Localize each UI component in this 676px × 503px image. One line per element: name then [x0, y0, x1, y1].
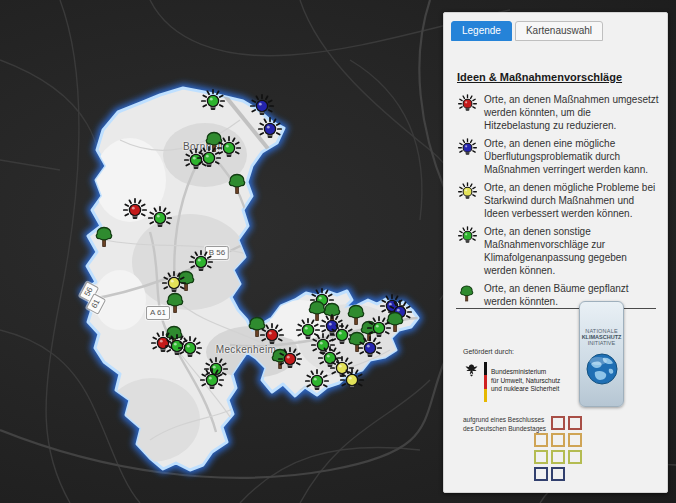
logo-square [551, 416, 565, 430]
bulb-green-icon [457, 225, 477, 247]
german-flag-stripe [484, 362, 487, 402]
legend-item: Orte, an denen Maßnahmen umgesetzt werde… [457, 93, 659, 132]
bulb-blue-icon [457, 137, 477, 159]
map-marker-bulb-green[interactable] [297, 319, 319, 339]
legend-item-text: Orte, an denen mögliche Probleme bei Sta… [484, 181, 659, 220]
legend-item-text: Orte, an denen sonstige Maßnahmenvorschl… [484, 225, 659, 277]
bundestag-note: aufgrund eines Beschlusses des Deutschen… [463, 416, 546, 433]
panel-divider [456, 308, 656, 309]
logo-square [534, 450, 548, 464]
map-marker-bulb-blue[interactable] [251, 95, 273, 115]
bulb-yellow-icon [457, 181, 477, 203]
map-marker-tree[interactable] [249, 318, 264, 337]
tree-icon [457, 282, 477, 304]
tab-legende[interactable]: Legende [451, 21, 512, 41]
map-marker-tree[interactable] [324, 304, 339, 323]
funding-label: Gefördert durch: [463, 348, 514, 355]
map-marker-bulb-green[interactable] [202, 90, 224, 110]
globe-icon [585, 352, 619, 386]
legend-item-text: Orte, an denen Maßnahmen umgesetzt werde… [484, 93, 659, 132]
legend-panel: Legende Kartenauswahl Ideen & Maßnahmenv… [443, 12, 668, 493]
map-marker-bulb-blue[interactable] [259, 118, 281, 138]
legend-item: Orte, an denen Bäume gepflanzt werden kö… [457, 282, 659, 308]
map-marker-bulb-green[interactable] [312, 334, 334, 354]
map-marker-bulb-red[interactable] [124, 199, 146, 219]
map-application: BornheimMeckenheimB 56A 615661 Legende K… [0, 0, 676, 503]
logo-square [534, 433, 548, 447]
federal-eagle-icon [463, 362, 480, 379]
klimaschutz-initiative-badge: NATIONALE KLIMASCHUTZ INITIATIVE [579, 301, 624, 407]
logo-square [551, 467, 565, 481]
ministry-logo: Bundesministerium für Umwelt, Naturschut… [463, 362, 560, 402]
map-marker-tree[interactable] [167, 294, 182, 313]
map-marker-bulb-green[interactable] [149, 207, 171, 227]
bulb-red-icon [457, 93, 477, 115]
panel-tabbar: Legende Kartenauswahl [451, 21, 660, 41]
legend-item-text: Orte, an denen eine mögliche Überflutung… [484, 137, 659, 176]
legend-item: Orte, an denen eine mögliche Überflutung… [457, 137, 659, 176]
map-marker-tree[interactable] [309, 302, 324, 321]
legend-items: Orte, an denen Maßnahmen umgesetzt werde… [457, 93, 659, 308]
legend-item-text: Orte, an denen Bäume gepflanzt werden kö… [484, 282, 659, 308]
map-marker-bulb-green[interactable] [205, 358, 227, 378]
map-marker-tree[interactable] [229, 175, 244, 194]
map-marker-bulb-green[interactable] [190, 251, 212, 271]
legend-item: Orte, an denen mögliche Probleme bei Sta… [457, 181, 659, 220]
ministry-name: Bundesministerium für Umwelt, Naturschut… [491, 362, 560, 394]
badge-line-3: INITIATIVE [580, 340, 623, 346]
legend-title: Ideen & Maßnahmenvorschläge [457, 71, 622, 83]
map-marker-tree[interactable] [96, 228, 111, 247]
logo-square [568, 433, 582, 447]
map-marker-bulb-green[interactable] [306, 370, 328, 390]
map-marker-tree[interactable] [348, 306, 363, 325]
logo-square [568, 450, 582, 464]
legend-item: Orte, an denen sonstige Maßnahmenvorschl… [457, 225, 659, 277]
logo-square [534, 467, 548, 481]
logo-square [568, 416, 582, 430]
logo-square [551, 450, 565, 464]
tab-kartenauswahl[interactable]: Kartenauswahl [515, 21, 603, 41]
logo-square [551, 433, 565, 447]
